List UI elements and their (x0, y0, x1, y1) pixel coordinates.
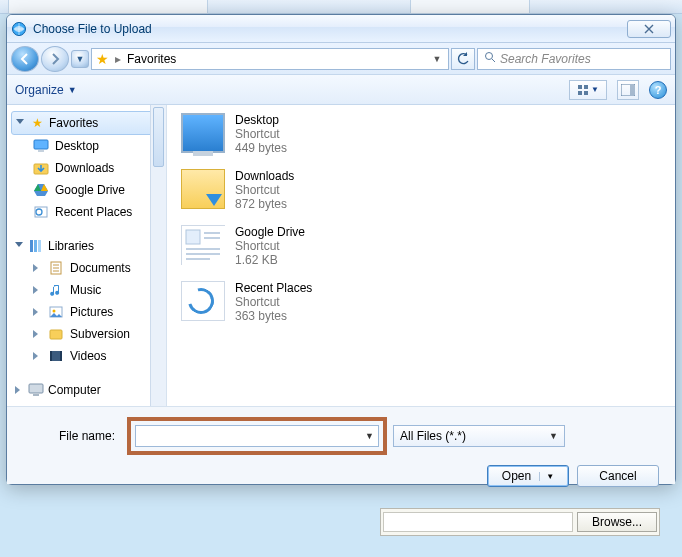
sidebar-libraries[interactable]: Libraries (11, 235, 166, 257)
titlebar[interactable]: Choose File to Upload (7, 15, 675, 43)
file-list[interactable]: Desktop Shortcut 449 bytes Downloads Sho… (167, 105, 675, 406)
sidebar-favorites[interactable]: ★ Favorites (11, 111, 166, 135)
chevron-down-icon: ▼ (68, 85, 77, 95)
sidebar-item-google-drive[interactable]: Google Drive (11, 179, 166, 201)
recent-icon (33, 204, 49, 220)
google-drive-icon (33, 182, 49, 198)
address-dropdown[interactable]: ▼ (430, 54, 444, 64)
filename-input[interactable]: ▼ (135, 425, 379, 447)
back-button[interactable] (11, 46, 39, 72)
help-button[interactable]: ? (649, 81, 667, 99)
expand-icon[interactable] (33, 264, 42, 273)
ie-icon (11, 21, 27, 37)
expand-icon[interactable] (15, 386, 24, 395)
scrollbar-thumb[interactable] (153, 107, 164, 167)
sidebar-item-videos[interactable]: Videos (11, 345, 166, 367)
chevron-down-icon: ▼ (549, 431, 558, 441)
svg-rect-31 (186, 258, 210, 260)
music-icon (48, 282, 64, 298)
search-input[interactable]: Search Favorites (477, 48, 671, 70)
split-chevron-icon[interactable]: ▼ (539, 472, 554, 481)
organize-menu[interactable]: Organize ▼ (15, 83, 77, 97)
search-icon (484, 51, 496, 66)
svg-rect-23 (29, 384, 43, 393)
sidebar-item-subversion[interactable]: Subversion (11, 323, 166, 345)
preview-pane-button[interactable] (617, 80, 639, 100)
expand-icon[interactable] (16, 119, 25, 128)
svg-rect-7 (630, 85, 634, 95)
expand-icon[interactable] (33, 308, 42, 317)
star-icon: ★ (96, 51, 109, 67)
svg-rect-13 (30, 240, 33, 252)
svg-rect-26 (186, 230, 200, 244)
view-button[interactable]: ▼ (569, 80, 607, 100)
file-item-recent-places[interactable]: Recent Places Shortcut 363 bytes (181, 281, 667, 323)
svg-rect-27 (204, 232, 220, 234)
desktop-icon (33, 138, 49, 154)
sidebar-item-desktop[interactable]: Desktop (11, 135, 166, 157)
svg-point-1 (486, 53, 493, 60)
svg-rect-22 (60, 351, 62, 361)
videos-icon (48, 348, 64, 364)
sidebar-item-documents[interactable]: Documents (11, 257, 166, 279)
filename-highlight: ▼ (127, 417, 387, 455)
documents-icon (48, 260, 64, 276)
sidebar-computer[interactable]: Computer (11, 379, 166, 401)
sidebar-item-music[interactable]: Music (11, 279, 166, 301)
address-bar[interactable]: ★ ▸ Favorites ▼ (91, 48, 449, 70)
background-tab (410, 0, 530, 14)
breadcrumb-sep: ▸ (115, 52, 121, 66)
svg-rect-9 (38, 150, 44, 152)
svg-rect-5 (584, 91, 588, 95)
star-icon: ★ (29, 115, 45, 131)
svg-rect-30 (186, 253, 220, 255)
breadcrumb-location[interactable]: Favorites (127, 52, 176, 66)
file-item-google-drive[interactable]: Google Drive Shortcut 1.62 KB (181, 225, 667, 267)
svg-point-18 (53, 310, 56, 313)
expand-icon[interactable] (33, 330, 42, 339)
browse-button[interactable]: Browse... (577, 512, 657, 532)
desktop-shortcut-icon (181, 113, 225, 153)
sidebar-scrollbar[interactable] (150, 105, 166, 406)
chevron-down-icon[interactable]: ▼ (365, 431, 374, 441)
file-dialog: Choose File to Upload ▼ ★ ▸ Favorites ▼ … (6, 14, 676, 485)
downloads-icon (33, 160, 49, 176)
file-type-filter[interactable]: All Files (*.*) ▼ (393, 425, 565, 447)
sidebar-item-pictures[interactable]: Pictures (11, 301, 166, 323)
file-item-downloads[interactable]: Downloads Shortcut 872 bytes (181, 169, 667, 211)
google-drive-shortcut-icon (181, 225, 225, 265)
libraries-icon (28, 238, 44, 254)
svg-rect-4 (578, 91, 582, 95)
expand-icon[interactable] (15, 242, 24, 251)
svg-rect-3 (584, 85, 588, 89)
filename-label: File name: (21, 429, 121, 443)
svg-rect-2 (578, 85, 582, 89)
svg-rect-11 (35, 207, 47, 217)
svg-rect-14 (34, 240, 37, 252)
svg-rect-24 (33, 394, 39, 396)
history-dropdown[interactable]: ▼ (71, 50, 89, 68)
svg-rect-21 (50, 351, 52, 361)
recent-places-shortcut-icon (181, 281, 225, 321)
svg-rect-15 (38, 240, 41, 252)
expand-icon[interactable] (33, 286, 42, 295)
toolbar: Organize ▼ ▼ ? (7, 75, 675, 105)
search-placeholder: Search Favorites (500, 52, 591, 66)
close-button[interactable] (627, 20, 671, 38)
host-file-input: Browse... (380, 508, 660, 536)
sidebar-item-downloads[interactable]: Downloads (11, 157, 166, 179)
svg-rect-19 (50, 330, 62, 339)
pictures-icon (48, 304, 64, 320)
file-item-desktop[interactable]: Desktop Shortcut 449 bytes (181, 113, 667, 155)
host-filepath-field[interactable] (383, 512, 573, 532)
sidebar-item-recent-places[interactable]: Recent Places (11, 201, 166, 223)
svg-rect-28 (204, 237, 220, 239)
refresh-button[interactable] (451, 48, 475, 70)
computer-icon (28, 382, 44, 398)
forward-button[interactable] (41, 46, 69, 72)
expand-icon[interactable] (33, 352, 42, 361)
cancel-button[interactable]: Cancel (577, 465, 659, 487)
sidebar: ★ Favorites Desktop Downloads Google Dri… (7, 105, 167, 406)
nav-row: ▼ ★ ▸ Favorites ▼ Search Favorites (7, 43, 675, 75)
open-button[interactable]: Open ▼ (487, 465, 569, 487)
